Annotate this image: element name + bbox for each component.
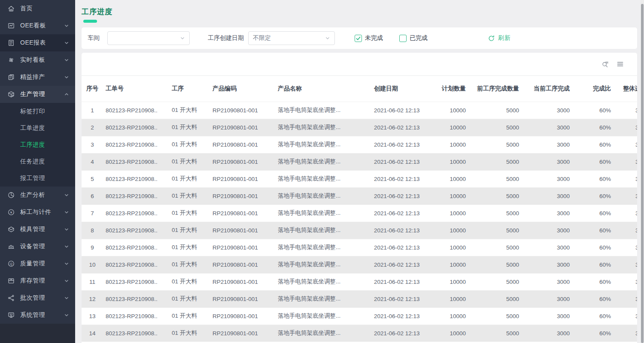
sidebar-item-realtime-board[interactable]: 实时看板 [0, 51, 75, 69]
sidebar-item-oee-board[interactable]: OEE看板 [0, 17, 75, 34]
chevron-down-icon [64, 227, 69, 232]
table-row[interactable]: 14802123-RP210908..01 开大料RP21090801-001落… [82, 325, 637, 342]
table-cell: 802123-RP210908.. [103, 153, 169, 170]
production-icon [7, 90, 15, 99]
chevron-down-icon [64, 193, 69, 198]
sidebar-subitem-task-progress[interactable]: 任务进度 [0, 153, 75, 170]
table-cell: 30% [614, 205, 637, 222]
table-cell: 3000 [522, 136, 572, 153]
table-cell: 60% [572, 170, 614, 187]
column-header: 计划数量 [431, 76, 468, 102]
table-cell: 3000 [522, 119, 572, 136]
table-cell: 5000 [468, 290, 522, 307]
table-cell: 5000 [468, 170, 522, 187]
sidebar-item-mold-mgmt[interactable]: 模具管理 [0, 221, 75, 238]
equipment-icon [7, 242, 15, 251]
table-cell: 01 开大料 [169, 153, 210, 170]
refresh-button[interactable]: 刷新 [488, 34, 511, 42]
sidebar-item-equipment-mgmt[interactable]: 设备管理 [0, 238, 75, 255]
sidebar-subitem-work-reporting[interactable]: 报工管理 [0, 170, 75, 187]
mold-icon [7, 225, 15, 234]
table-cell: 30% [614, 256, 637, 273]
checkbox-icon [355, 35, 362, 42]
table-cell: 60% [572, 290, 614, 307]
sidebar-subitem-workorder-progress[interactable]: 工单进度 [0, 120, 75, 136]
column-list-icon[interactable] [616, 60, 624, 68]
scrollbar-thumb[interactable] [641, 4, 644, 343]
sidebar-item-production-mgmt[interactable]: 生产管理 [0, 86, 75, 103]
table-cell: RP21090801-001 [210, 273, 275, 290]
table-cell: 60% [572, 119, 614, 136]
table-cell: 01 开大料 [169, 170, 210, 187]
table-cell: 30% [614, 273, 637, 290]
table-cell: 01 开大料 [169, 256, 210, 273]
table-row[interactable]: 2802123-RP210908..01 开大料RP21090801-001落地… [82, 119, 637, 136]
table-cell: 60% [572, 136, 614, 153]
table-row[interactable]: 5802123-RP210908..01 开大料RP21090801-001落地… [82, 170, 637, 187]
table-cell: 6 [82, 187, 103, 205]
table-card: 序号工单号工序产品编码产品名称创建日期计划数量前工序完成数量当前工序完成完成比整… [82, 53, 637, 343]
table-cell: 30% [614, 239, 637, 256]
inventory-icon [7, 277, 15, 285]
table-row[interactable]: 11802123-RP210908..01 开大料RP21090801-001落… [82, 273, 637, 290]
page-scrollbar[interactable] [641, 0, 644, 343]
table-cell: RP21090801-001 [210, 102, 275, 119]
sidebar-item-system-mgmt[interactable]: 系统管理 [0, 307, 75, 324]
table-cell: 802123-RP210908.. [103, 290, 169, 307]
table-cell: 802123-RP210908.. [103, 222, 169, 239]
sidebar-subitem-process-progress[interactable]: 工序进度 [0, 136, 75, 153]
sidebar-item-label: 库存管理 [20, 277, 64, 285]
table-row[interactable]: 12802123-RP210908..01 开大料RP21090801-001落… [82, 290, 637, 307]
sidebar-item-oee-report[interactable]: OEE报表 [0, 34, 75, 51]
table-row[interactable]: 7802123-RP210908..01 开大料RP21090801-001落地… [82, 205, 637, 222]
sidebar-subitem-label-print[interactable]: 标签打印 [0, 103, 75, 120]
table-row[interactable]: 8802123-RP210908..01 开大料RP21090801-001落地… [82, 222, 637, 239]
column-header: 产品编码 [210, 76, 275, 102]
table-cell: 13 [82, 307, 103, 325]
table-cell: 60% [572, 153, 614, 170]
table-cell: 30% [614, 325, 637, 342]
table-cell: 3000 [522, 256, 572, 273]
table-cell: 60% [572, 325, 614, 342]
table-row[interactable]: 1802123-RP210908..01 开大料RP21090801-001落地… [82, 102, 637, 119]
report-icon [7, 39, 15, 47]
table-cell: 30% [614, 307, 637, 325]
sidebar-item-standard-piecework[interactable]: ¥标工与计件 [0, 204, 75, 221]
table-row[interactable]: 10802123-RP210908..01 开大料RP21090801-001落… [82, 256, 637, 273]
sidebar-item-batch-mgmt[interactable]: 批次管理 [0, 289, 75, 307]
sidebar-item-production-analysis[interactable]: 生产分析 [0, 187, 75, 204]
workshop-select[interactable] [107, 31, 190, 45]
table-cell: 5000 [468, 136, 522, 153]
title-underline [83, 20, 97, 23]
table-cell: 3000 [522, 187, 572, 205]
table-row[interactable]: 4802123-RP210908..01 开大料RP21090801-001落地… [82, 153, 637, 170]
table-cell: 落地手电筒架底坐调整... [275, 170, 371, 187]
table-row[interactable]: 3802123-RP210908..01 开大料RP21090801-001落地… [82, 136, 637, 153]
table-row[interactable]: 9802123-RP210908..01 开大料RP21090801-001落地… [82, 239, 637, 256]
table-cell: 802123-RP210908.. [103, 239, 169, 256]
sidebar-item-inventory-mgmt[interactable]: 库存管理 [0, 272, 75, 289]
checkbox-unfinished-label: 未完成 [365, 34, 383, 42]
table-cell: 落地手电筒架底坐调整... [275, 256, 371, 273]
chevron-down-icon [64, 261, 69, 266]
date-select[interactable]: 不限定 [248, 31, 335, 45]
table-row[interactable]: 6802123-RP210908..01 开大料RP21090801-001落地… [82, 187, 637, 205]
sidebar-item-label: 质量管理 [20, 260, 64, 268]
table-cell: 11 [82, 273, 103, 290]
main-content: 工序进度 车间 工序创建日期 不限定 未完成 已完成 [75, 0, 641, 343]
table-cell: 30% [614, 187, 637, 205]
sidebar-item-home[interactable]: 首页 [0, 0, 75, 17]
date-label: 工序创建日期 [208, 34, 244, 42]
table-cell: 30% [614, 102, 637, 119]
table-row[interactable]: 13802123-RP210908..01 开大料RP21090801-001落… [82, 307, 637, 325]
checkbox-finished[interactable]: 已完成 [399, 34, 428, 42]
checkbox-unfinished[interactable]: 未完成 [355, 34, 383, 42]
table-cell: 802123-RP210908.. [103, 119, 169, 136]
sidebar-item-quality-mgmt[interactable]: Q质量管理 [0, 255, 75, 272]
search-columns-icon[interactable] [601, 60, 609, 68]
table-cell: 01 开大料 [169, 325, 210, 342]
table-cell: 30% [614, 170, 637, 187]
sidebar-item-lean-scheduling[interactable]: 精益排产 [0, 69, 75, 86]
chevron-down-icon [64, 313, 69, 318]
table-cell: 2021-06-02 12:13 [371, 205, 431, 222]
